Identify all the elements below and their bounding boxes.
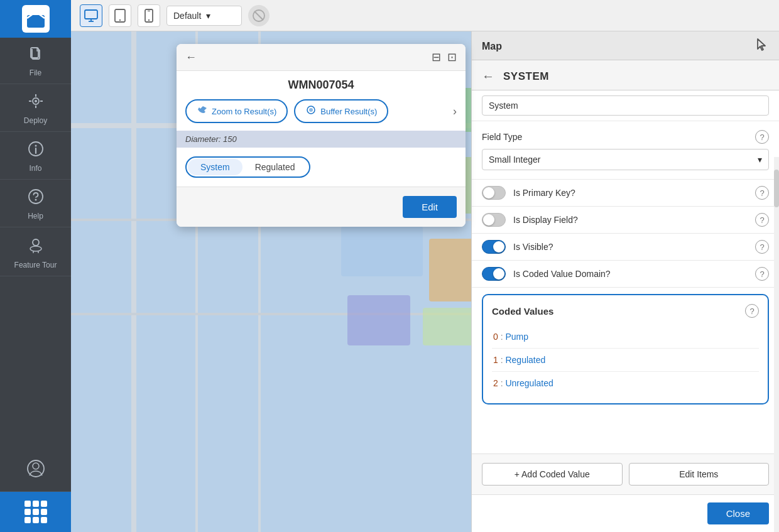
popup-icon-2[interactable]: ⊡ — [447, 50, 457, 64]
app-grid-button[interactable] — [0, 492, 71, 532]
user-icon — [26, 459, 45, 482]
mobile-device-btn[interactable] — [138, 4, 160, 27]
coded-domain-knob — [493, 268, 504, 280]
rp-field-type-row: Field Type ? — [482, 130, 769, 144]
grid-icon — [25, 501, 47, 523]
rp-field-type-label: Field Type — [482, 132, 522, 142]
scrollbar-track — [774, 157, 779, 532]
rp-system-header: ← SYSTEM — [472, 60, 779, 90]
svg-rect-42 — [347, 295, 410, 345]
deploy-icon — [28, 93, 44, 113]
svg-point-18 — [33, 463, 39, 469]
rp-cursor-icon[interactable] — [755, 38, 769, 55]
sidebar-item-deploy[interactable]: Deploy — [0, 84, 71, 132]
svg-point-9 — [35, 145, 36, 147]
popup-icon-1[interactable]: ⊟ — [432, 50, 441, 64]
content-area: ← ⊟ ⊡ WMN007054 Zoom to Result(s) — [71, 31, 779, 532]
rp-field-type-section: Field Type ? Small Integer ▾ — [472, 121, 779, 180]
display-field-toggle[interactable] — [482, 213, 506, 227]
popup-actions-arrow[interactable]: › — [453, 105, 457, 118]
rp-system-input[interactable] — [482, 95, 769, 116]
svg-rect-43 — [423, 308, 471, 345]
right-panel: Map ← SYSTEM — [471, 31, 779, 532]
sidebar-item-file-label: File — [30, 68, 41, 77]
rp-actions: + Add Coded Value Edit Items — [472, 453, 779, 494]
scrollbar-thumb[interactable] — [774, 170, 779, 207]
sidebar-bottom — [0, 450, 71, 532]
tablet-device-btn[interactable] — [109, 4, 131, 27]
popup-tab-system[interactable]: System — [188, 159, 242, 175]
rp-system-row — [472, 90, 779, 121]
visible-knob — [493, 241, 504, 252]
coded-domain-help-icon[interactable]: ? — [755, 267, 769, 281]
sidebar-item-info[interactable]: Info — [0, 132, 71, 180]
primary-key-toggle[interactable] — [482, 186, 506, 200]
cv-help-icon[interactable]: ? — [745, 304, 759, 318]
sidebar-item-help[interactable]: Help — [0, 180, 71, 227]
sidebar-item-deploy-label: Deploy — [24, 116, 47, 125]
visible-toggle[interactable] — [482, 240, 506, 254]
popup-tabs: System Regulated — [185, 156, 310, 178]
svg-rect-41 — [429, 239, 471, 301]
default-dropdown[interactable]: Default ▾ — [166, 6, 242, 26]
close-button[interactable]: Close — [707, 502, 769, 524]
app-logo[interactable] — [0, 0, 71, 38]
svg-point-13 — [33, 239, 39, 246]
popup-card: ← ⊟ ⊡ WMN007054 Zoom to Result(s) — [177, 44, 466, 227]
zoom-btn-label: Zoom to Result(s) — [212, 107, 276, 116]
sidebar-item-help-label: Help — [28, 212, 43, 220]
svg-point-3 — [35, 100, 37, 102]
popup-tab-system-label: System — [200, 162, 230, 172]
desktop-icon — [84, 9, 98, 23]
display-field-help-icon[interactable]: ? — [755, 213, 769, 227]
display-field-label: Is Display Field? — [513, 215, 748, 225]
desktop-device-btn[interactable] — [80, 4, 102, 27]
svg-rect-19 — [85, 10, 97, 19]
visible-help-icon[interactable]: ? — [755, 240, 769, 254]
primary-key-row: Is Primary Key? ? — [472, 180, 779, 207]
edit-button[interactable]: Edit — [403, 196, 457, 218]
cv-code-1: 1 — [493, 355, 498, 365]
zoom-to-results-button[interactable]: Zoom to Result(s) — [185, 99, 288, 123]
rp-map-header: Map — [472, 31, 779, 60]
coded-domain-toggle[interactable] — [482, 267, 506, 281]
help-icon — [28, 188, 44, 209]
info-icon — [28, 141, 44, 161]
popup-tab-regulated-label: Regulated — [255, 162, 295, 172]
rp-field-type-select[interactable]: Small Integer ▾ — [482, 149, 769, 170]
svg-point-12 — [35, 199, 36, 201]
buffer-results-button[interactable]: Buffer Result(s) — [294, 99, 388, 123]
sidebar-item-info-label: Info — [29, 164, 41, 173]
cv-value-0: Pump — [505, 332, 528, 342]
add-coded-value-button[interactable]: + Add Coded Value — [482, 463, 623, 486]
primary-key-knob — [483, 187, 494, 198]
sidebar-item-file[interactable]: File — [0, 38, 71, 84]
svg-rect-40 — [341, 226, 423, 276]
rp-close-row: Close — [472, 494, 779, 532]
rp-field-type-value: Small Integer — [489, 155, 540, 165]
popup-tab-regulated[interactable]: Regulated — [242, 159, 308, 175]
sidebar-item-feature-tour-label: Feature Tour — [14, 261, 57, 269]
cv-item-2: 2 : Unregulated — [492, 372, 759, 394]
sidebar-item-feature-tour[interactable]: Feature Tour — [0, 227, 71, 276]
svg-point-11 — [29, 190, 43, 204]
primary-key-help-icon[interactable]: ? — [755, 186, 769, 200]
coded-domain-label: Is Coded Value Domain? — [513, 269, 748, 279]
rp-back-button[interactable]: ← — [482, 69, 494, 84]
logo-icon — [22, 5, 50, 33]
stop-btn[interactable] — [248, 5, 270, 26]
edit-items-button[interactable]: Edit Items — [629, 463, 770, 486]
cv-header-row: Coded Values ? — [492, 304, 759, 318]
cv-code-2: 2 — [493, 378, 498, 388]
coded-domain-row: Is Coded Value Domain? ? — [472, 261, 779, 288]
popup-diameter-row: Diameter: 150 — [177, 131, 466, 148]
buffer-btn-label: Buffer Result(s) — [320, 107, 377, 116]
select-chevron-icon: ▾ — [758, 155, 762, 165]
cv-value-2: Unregulated — [505, 378, 553, 388]
field-type-help-icon[interactable]: ? — [755, 130, 769, 144]
popup-actions: Zoom to Result(s) Buffer Result(s) › — [177, 99, 466, 131]
popup-header-icons: ⊟ ⊡ — [432, 50, 457, 64]
sidebar-item-user[interactable] — [0, 450, 71, 492]
popup-back-button[interactable]: ← — [185, 51, 197, 64]
top-toolbar: Default ▾ — [71, 0, 779, 31]
